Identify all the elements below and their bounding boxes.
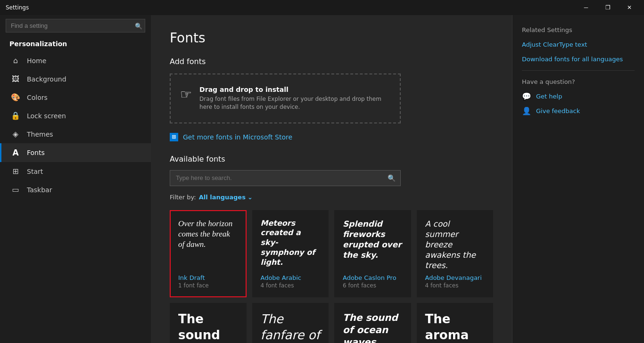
minimize-button[interactable]: ─ xyxy=(575,0,597,15)
filter-value: All languages xyxy=(199,194,246,201)
nav-label-home: Home xyxy=(27,57,46,65)
sidebar-item-taskbar[interactable]: ▭ Taskbar xyxy=(0,180,151,199)
font-card[interactable]: The aroma of xyxy=(417,303,494,343)
personalization-label: Personalization xyxy=(0,38,151,51)
drop-zone[interactable]: ☞ Drag and drop to install Drag font fil… xyxy=(170,74,401,123)
maximize-button[interactable]: ❒ xyxy=(597,0,619,15)
available-fonts-title: Available fonts xyxy=(170,155,493,163)
font-preview: Meteors created a sky-symphony of light. xyxy=(261,219,321,270)
add-fonts-title: Add fonts xyxy=(170,57,493,66)
help-icon: 💬 xyxy=(522,92,531,101)
filter-label: Filter by: xyxy=(170,194,196,201)
nav-label-themes: Themes xyxy=(27,131,53,138)
nav-label-start: Start xyxy=(27,168,43,175)
drop-zone-text: Drag and drop to install Drag font files… xyxy=(199,86,390,111)
font-preview: Over the horizon comes the break of dawn… xyxy=(178,219,238,270)
sidebar-item-background[interactable]: 🖼 Background xyxy=(0,70,151,88)
cursor-icon: ☞ xyxy=(180,87,192,102)
nav-label-fonts: Fonts xyxy=(27,149,45,156)
font-name: Adobe Arabic xyxy=(261,274,321,281)
drop-zone-desc: Drag font files from File Explorer or yo… xyxy=(199,95,390,111)
font-card[interactable]: A cool summer breeze awakens the trees. … xyxy=(417,210,494,297)
download-fonts-link[interactable]: Download fonts for all languages xyxy=(522,56,635,63)
sidebar-item-colors[interactable]: 🎨 Colors xyxy=(0,88,151,106)
background-icon: 🖼 xyxy=(11,74,20,83)
give-feedback-link[interactable]: Give feedback xyxy=(536,107,580,114)
have-question-label: Have a question? xyxy=(522,78,635,85)
font-search-button[interactable]: 🔍 xyxy=(383,171,400,186)
font-card[interactable]: Over the horizon comes the break of dawn… xyxy=(170,210,247,297)
font-preview: The sound of xyxy=(178,311,238,343)
fonts-grid-row2: The sound of The fanfare of The sound of… xyxy=(170,303,493,343)
sidebar: 🔍 Personalization ⌂ Home 🖼 Background 🎨 … xyxy=(0,15,151,343)
search-input[interactable] xyxy=(6,19,145,33)
app-title: Settings xyxy=(6,4,29,11)
give-feedback-item[interactable]: 👤 Give feedback xyxy=(522,106,635,115)
font-card[interactable]: The fanfare of xyxy=(252,303,329,343)
home-icon: ⌂ xyxy=(11,56,20,65)
lock-icon: 🔒 xyxy=(11,111,20,120)
font-preview: A cool summer breeze awakens the trees. xyxy=(425,219,485,270)
nav-label-colors: Colors xyxy=(27,94,48,101)
sidebar-item-lockscreen[interactable]: 🔒 Lock screen xyxy=(0,106,151,125)
related-settings-title: Related Settings xyxy=(522,26,635,33)
nav-label-taskbar: Taskbar xyxy=(27,186,52,194)
store-link[interactable]: ⊞ Get more fonts in Microsoft Store xyxy=(170,133,493,141)
taskbar-icon: ▭ xyxy=(11,185,20,194)
chevron-down-icon: ⌄ xyxy=(248,194,253,201)
feedback-icon: 👤 xyxy=(522,106,531,115)
font-faces: 1 font face xyxy=(178,282,238,289)
sidebar-item-start[interactable]: ⊞ Start xyxy=(0,162,151,180)
font-preview: The sound of ocean waves calms xyxy=(343,311,403,343)
get-help-link[interactable]: Get help xyxy=(536,93,562,100)
font-name: Adobe Caslon Pro xyxy=(343,274,403,281)
get-help-item[interactable]: 💬 Get help xyxy=(522,92,635,101)
divider xyxy=(522,70,635,71)
start-icon: ⊞ xyxy=(11,167,20,176)
font-faces: 6 font faces xyxy=(343,282,403,289)
nav-label-lockscreen: Lock screen xyxy=(27,112,66,120)
filter-select[interactable]: All languages ⌄ xyxy=(199,194,253,201)
font-name: Adobe Devanagari xyxy=(425,274,485,281)
right-panel: Related Settings Adjust ClearType text D… xyxy=(512,15,644,343)
app-body: 🔍 Personalization ⌂ Home 🖼 Background 🎨 … xyxy=(0,15,644,343)
font-preview: Splendid fireworks erupted over the sky. xyxy=(343,219,403,270)
font-faces: 4 font faces xyxy=(425,282,485,289)
font-card[interactable]: Splendid fireworks erupted over the sky.… xyxy=(334,210,411,297)
themes-icon: ◈ xyxy=(11,130,20,139)
fonts-icon: A xyxy=(11,148,20,157)
font-preview: The aroma of xyxy=(425,311,485,343)
drop-zone-title: Drag and drop to install xyxy=(199,86,390,93)
adjust-cleartype-link[interactable]: Adjust ClearType text xyxy=(522,41,635,48)
font-card[interactable]: The sound of ocean waves calms xyxy=(334,303,411,343)
window-controls: ─ ❒ ✕ xyxy=(575,0,640,15)
title-bar: Settings ─ ❒ ✕ xyxy=(0,0,644,15)
search-icon[interactable]: 🔍 xyxy=(135,22,142,29)
sidebar-item-home[interactable]: ⌂ Home xyxy=(0,51,151,70)
colors-icon: 🎨 xyxy=(11,93,20,102)
font-card[interactable]: The sound of xyxy=(170,303,247,343)
close-button[interactable]: ✕ xyxy=(619,0,640,15)
store-icon: ⊞ xyxy=(170,133,178,141)
main-content: Fonts Add fonts ☞ Drag and drop to insta… xyxy=(151,15,512,343)
font-faces: 4 font faces xyxy=(261,282,321,289)
font-preview: The fanfare of xyxy=(261,311,321,343)
search-box[interactable]: 🔍 xyxy=(6,19,145,33)
page-title: Fonts xyxy=(170,30,493,46)
sidebar-item-themes[interactable]: ◈ Themes xyxy=(0,125,151,143)
filter-row: Filter by: All languages ⌄ xyxy=(170,194,493,201)
font-card[interactable]: Meteors created a sky-symphony of light.… xyxy=(252,210,329,297)
font-search-bar[interactable]: 🔍 xyxy=(170,170,401,186)
store-link-label: Get more fonts in Microsoft Store xyxy=(183,133,292,141)
nav-label-background: Background xyxy=(27,75,66,83)
fonts-grid: Over the horizon comes the break of dawn… xyxy=(170,210,493,297)
font-name: Ink Draft xyxy=(178,274,238,281)
sidebar-item-fonts[interactable]: A Fonts xyxy=(0,143,151,162)
font-search-input[interactable] xyxy=(170,171,383,185)
